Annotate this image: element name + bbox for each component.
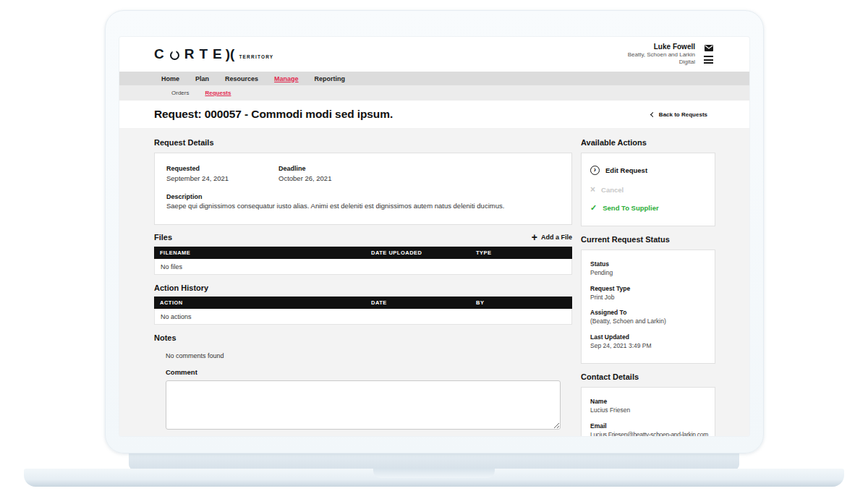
contact-email-label: Email: [590, 422, 706, 430]
nav-item-manage[interactable]: Manage: [274, 75, 299, 82]
notes-heading: Notes: [154, 333, 572, 342]
files-heading: Files: [154, 233, 172, 242]
assigned-to-label: Assigned To: [590, 309, 706, 317]
contact-details-card: Name Lucius Friesen Email Lucius.Friesen…: [581, 387, 715, 436]
cancel-label: Cancel: [601, 186, 624, 194]
sub-nav: Orders Requests: [119, 85, 749, 101]
files-col-type: TYPE: [470, 250, 572, 256]
subnav-item-orders[interactable]: Orders: [171, 90, 189, 96]
laptop-base: [24, 469, 844, 487]
contact-email-field: Email Lucius.Friesen@beatty-schoen-and-l…: [590, 422, 706, 436]
hamburger-menu-icon[interactable]: [704, 56, 713, 64]
last-updated-field: Last Updated Sep 24, 2021 3:49 PM: [590, 333, 706, 351]
logo-letter-x: )(: [226, 46, 235, 62]
comment-label: Comment: [166, 368, 572, 376]
laptop-frame: CRTE)( TERRITORY Luke Fowell Beatty, Sch…: [105, 10, 764, 453]
nav-item-home[interactable]: Home: [161, 75, 179, 82]
main-nav: Home Plan Resources Manage Reporting: [119, 72, 749, 85]
main-content: Request Details Requested September 24, …: [119, 128, 749, 436]
current-status-heading: Current Request Status: [581, 235, 715, 244]
add-file-label: Add a File: [541, 234, 572, 241]
last-updated-label: Last Updated: [590, 333, 706, 341]
action-history-header: ACTION DATE BY: [154, 297, 572, 309]
cortex-logo: CRTE)( TERRITORY: [154, 46, 273, 62]
nav-item-reporting[interactable]: Reporting: [315, 75, 346, 82]
edit-request-action[interactable]: › Edit Request: [590, 166, 706, 175]
deadline-label: Deadline: [278, 165, 391, 174]
status-label: Status: [590, 260, 706, 268]
files-table: FILENAME DATE UPLOADED TYPE No files: [154, 247, 572, 275]
deadline-field: Deadline October 26, 2021: [278, 165, 391, 184]
requested-value: September 24, 2021: [166, 174, 278, 184]
logo-letter-o: [170, 51, 179, 60]
action-history-empty-row: No actions: [154, 309, 572, 325]
history-col-by: BY: [470, 299, 572, 306]
user-organisation: Beatty, Schoen and Larkin: [628, 51, 695, 59]
laptop-screen: CRTE)( TERRITORY Luke Fowell Beatty, Sch…: [119, 37, 749, 436]
logo-wordmark: CRTE)(: [154, 46, 234, 62]
action-history-heading: Action History: [154, 283, 572, 292]
user-name: Luke Fowell: [628, 43, 695, 52]
laptop-base-notch: [373, 469, 495, 478]
assigned-to-value: (Beatty, Schoen and Larkin): [590, 317, 706, 325]
files-col-filename: FILENAME: [154, 250, 365, 256]
contact-name-value: Lucius Friesen: [590, 406, 706, 414]
history-col-action: ACTION: [154, 299, 365, 306]
contact-name-label: Name: [590, 398, 706, 406]
logo-letter-c: C: [154, 46, 169, 62]
mail-icon[interactable]: [705, 45, 713, 51]
back-link-label: Back to Requests: [659, 111, 707, 118]
files-heading-row: Files + Add a File: [154, 232, 572, 242]
request-details-heading: Request Details: [154, 138, 572, 147]
logo-territory-label: TERRITORY: [239, 54, 273, 59]
no-comments-text: No comments found: [166, 352, 572, 359]
files-table-header: FILENAME DATE UPLOADED TYPE: [154, 247, 572, 259]
description-value: Saepe qui dignissimos consequatur iusto …: [166, 202, 560, 211]
action-history-table: ACTION DATE BY No actions: [154, 297, 572, 325]
app-header: CRTE)( TERRITORY Luke Fowell Beatty, Sch…: [119, 37, 749, 72]
available-actions-card: › Edit Request × Cancel ✓ Send To Suppli…: [581, 153, 715, 226]
files-empty-row: No files: [154, 259, 572, 275]
request-type-value: Print Job: [590, 294, 706, 302]
send-to-supplier-action[interactable]: ✓ Send To Supplier: [590, 204, 706, 212]
deadline-value: October 26, 2021: [278, 174, 391, 184]
status-value: Pending: [590, 269, 706, 277]
edit-request-label: Edit Request: [605, 166, 647, 174]
header-icons: [704, 45, 713, 64]
assigned-to-field: Assigned To (Beatty, Schoen and Larkin): [590, 309, 706, 326]
page: CRTE)( TERRITORY Luke Fowell Beatty, Sch…: [0, 0, 868, 499]
checkmark-icon: ✓: [590, 204, 597, 212]
request-details-card: Requested September 24, 2021 Deadline Oc…: [154, 153, 572, 225]
user-role: Digital: [628, 59, 695, 66]
subnav-item-requests[interactable]: Requests: [205, 90, 231, 96]
history-col-date: DATE: [365, 299, 470, 306]
plus-icon: +: [532, 232, 537, 242]
title-bar: Request: 000057 - Commodi modi sed ipsum…: [119, 101, 749, 128]
comment-textarea[interactable]: [166, 380, 561, 430]
page-title: Request: 000057 - Commodi modi sed ipsum…: [154, 108, 393, 121]
description-field: Description Saepe qui dignissimos conseq…: [166, 193, 560, 212]
notes-section: No comments found Comment Add Comment: [154, 352, 572, 436]
last-updated-value: Sep 24, 2021 3:49 PM: [590, 342, 706, 350]
cancel-action-disabled: × Cancel: [590, 185, 706, 194]
files-empty-text: No files: [155, 263, 182, 270]
send-to-supplier-label: Send To Supplier: [603, 204, 658, 212]
requested-field: Requested September 24, 2021: [166, 165, 278, 184]
user-info: Luke Fowell Beatty, Schoen and Larkin Di…: [628, 43, 695, 67]
status-field: Status Pending: [590, 260, 706, 278]
nav-item-plan[interactable]: Plan: [195, 75, 209, 82]
back-to-requests-link[interactable]: Back to Requests: [651, 111, 707, 118]
request-type-label: Request Type: [590, 285, 706, 293]
contact-name-field: Name Lucius Friesen: [590, 398, 706, 415]
nav-item-resources[interactable]: Resources: [225, 75, 258, 82]
requested-label: Requested: [166, 165, 278, 174]
request-type-field: Request Type Print Job: [590, 285, 706, 302]
current-status-card: Status Pending Request Type Print Job As…: [581, 250, 715, 364]
edit-request-icon: ›: [590, 166, 600, 175]
available-actions-heading: Available Actions: [581, 138, 715, 147]
logo-letters-rte: RTE: [184, 46, 227, 62]
contact-email-value: Lucius.Friesen@beatty-schoen-and-larkin.…: [590, 431, 706, 436]
add-file-button[interactable]: + Add a File: [532, 232, 572, 242]
contact-details-heading: Contact Details: [581, 372, 715, 381]
action-history-empty-text: No actions: [155, 313, 192, 320]
